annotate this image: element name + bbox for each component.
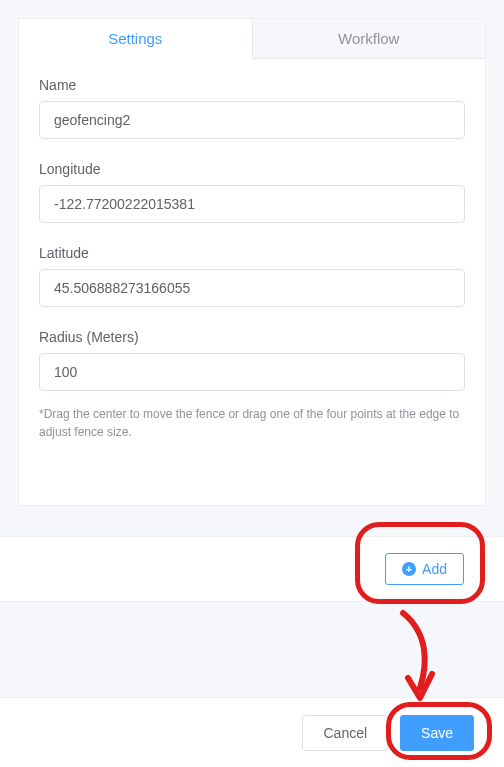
longitude-label: Longitude — [39, 161, 465, 177]
tab-workflow[interactable]: Workflow — [253, 19, 486, 58]
add-button[interactable]: + Add — [385, 553, 464, 585]
latitude-label: Latitude — [39, 245, 465, 261]
radius-label: Radius (Meters) — [39, 329, 465, 345]
field-name: Name — [39, 77, 465, 139]
settings-card: Settings Workflow Name Longitude Latitud… — [18, 18, 486, 506]
tab-settings[interactable]: Settings — [19, 19, 253, 59]
add-button-label: Add — [422, 561, 447, 577]
field-latitude: Latitude — [39, 245, 465, 307]
field-radius: Radius (Meters) — [39, 329, 465, 391]
add-bar: + Add — [0, 536, 504, 602]
tabs: Settings Workflow — [19, 19, 485, 59]
radius-input[interactable] — [39, 353, 465, 391]
cancel-button[interactable]: Cancel — [302, 715, 388, 751]
drag-hint: *Drag the center to move the fence or dr… — [39, 405, 465, 441]
footer-bar: Cancel Save — [0, 697, 504, 767]
annotation-arrow — [388, 608, 448, 708]
longitude-input[interactable] — [39, 185, 465, 223]
field-longitude: Longitude — [39, 161, 465, 223]
latitude-input[interactable] — [39, 269, 465, 307]
name-label: Name — [39, 77, 465, 93]
name-input[interactable] — [39, 101, 465, 139]
plus-icon: + — [402, 562, 416, 576]
settings-panel: Name Longitude Latitude Radius (Meters) … — [19, 59, 485, 441]
save-button[interactable]: Save — [400, 715, 474, 751]
